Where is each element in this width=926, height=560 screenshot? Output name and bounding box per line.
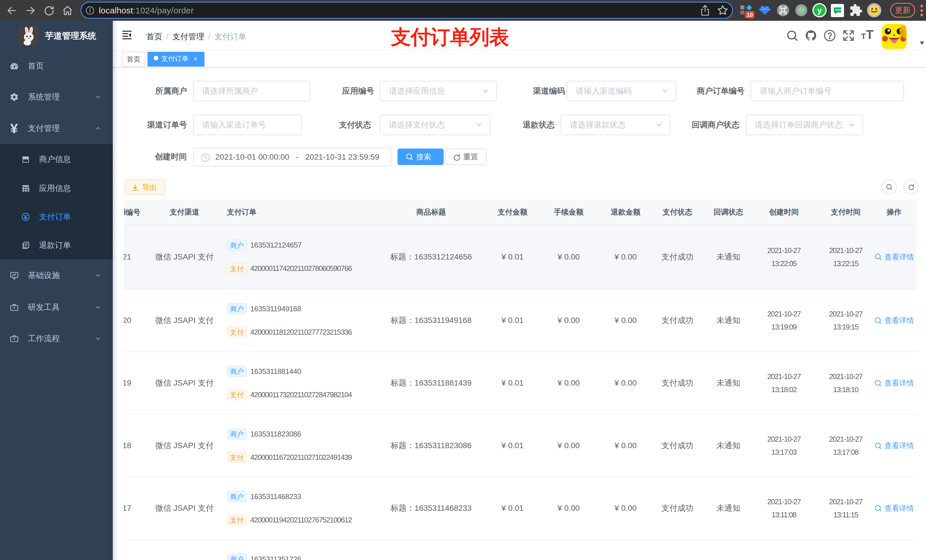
svg-text:10: 10 <box>747 12 753 18</box>
svg-text:y: y <box>817 6 822 15</box>
